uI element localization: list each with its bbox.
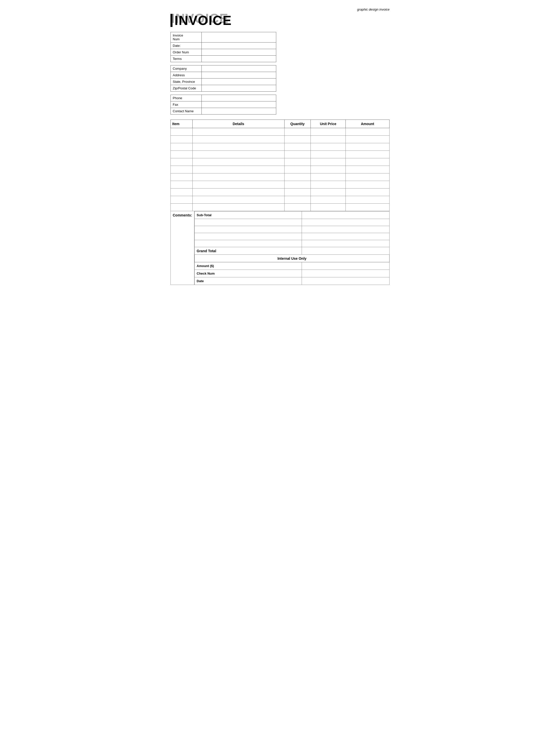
- details-cell[interactable]: [192, 136, 284, 143]
- item-cell[interactable]: [171, 128, 193, 136]
- item-cell[interactable]: [171, 173, 193, 181]
- amount-cell[interactable]: [346, 196, 390, 204]
- item-cell[interactable]: [171, 189, 193, 196]
- grand-total-row: Grand Total: [195, 247, 390, 255]
- unit-price-cell[interactable]: [311, 196, 346, 204]
- details-cell[interactable]: [192, 166, 284, 173]
- fax-value[interactable]: [201, 101, 276, 108]
- details-cell[interactable]: [192, 189, 284, 196]
- state-value[interactable]: [201, 78, 276, 85]
- details-cell[interactable]: [192, 143, 284, 151]
- item-cell[interactable]: [171, 204, 193, 211]
- amount-cell[interactable]: [346, 173, 390, 181]
- unit-price-cell[interactable]: [311, 151, 346, 158]
- page-header: graphic design invoice: [170, 8, 390, 11]
- unit-price-cell[interactable]: [311, 136, 346, 143]
- details-cell[interactable]: [192, 196, 284, 204]
- amount-cell[interactable]: [346, 158, 390, 166]
- invoice-title: INVOICE: [170, 14, 390, 27]
- date-value[interactable]: [201, 43, 276, 49]
- item-cell[interactable]: [171, 196, 193, 204]
- internal-date-row: Date: [195, 277, 390, 285]
- bottom-section: Comments: Sub-Total Grand Total Inter: [170, 211, 390, 285]
- details-cell[interactable]: [192, 181, 284, 189]
- zip-value[interactable]: [201, 85, 276, 92]
- contact-name-value[interactable]: [201, 108, 276, 114]
- qty-cell[interactable]: [284, 196, 310, 204]
- qty-cell[interactable]: [284, 173, 310, 181]
- zip-row: Zip/Postal Code: [171, 85, 276, 92]
- date-row: Date:: [171, 43, 276, 49]
- amount-cell[interactable]: [346, 181, 390, 189]
- item-cell[interactable]: [171, 136, 193, 143]
- item-cell[interactable]: [171, 158, 193, 166]
- totals-empty-label[interactable]: [195, 226, 302, 233]
- qty-cell[interactable]: [284, 128, 310, 136]
- totals-empty-label[interactable]: [195, 240, 302, 247]
- totals-empty-label[interactable]: [195, 219, 302, 226]
- invoice-num-table: InvoiceNum Date: Order Num Terms: [170, 32, 276, 62]
- grand-total-value[interactable]: [302, 247, 389, 255]
- unit-price-cell[interactable]: [311, 158, 346, 166]
- internal-date-label: Date: [195, 277, 302, 285]
- unit-price-cell[interactable]: [311, 181, 346, 189]
- unit-price-cell[interactable]: [311, 128, 346, 136]
- info-block-3: Phone Fax Contact Name: [170, 95, 390, 114]
- item-cell[interactable]: [171, 151, 193, 158]
- amount-cell[interactable]: [346, 166, 390, 173]
- grand-total-label: Grand Total: [195, 247, 302, 255]
- qty-cell[interactable]: [284, 189, 310, 196]
- invoice-num-label: InvoiceNum: [171, 32, 202, 43]
- terms-label: Terms: [171, 56, 202, 62]
- details-cell[interactable]: [192, 151, 284, 158]
- totals-empty-label[interactable]: [195, 233, 302, 240]
- amount-dollar-row: Amount ($): [195, 262, 390, 270]
- amount-cell[interactable]: [346, 128, 390, 136]
- details-cell[interactable]: [192, 204, 284, 211]
- details-cell[interactable]: [192, 173, 284, 181]
- unit-price-cell[interactable]: [311, 166, 346, 173]
- table-row: [171, 173, 390, 181]
- qty-cell[interactable]: [284, 143, 310, 151]
- internal-date-value[interactable]: [302, 277, 389, 285]
- amount-dollar-value[interactable]: [302, 262, 389, 270]
- unit-price-cell[interactable]: [311, 204, 346, 211]
- terms-value[interactable]: [201, 56, 276, 62]
- totals-empty-value[interactable]: [302, 219, 389, 226]
- amount-cell[interactable]: [346, 136, 390, 143]
- address-value[interactable]: [201, 72, 276, 78]
- phone-value[interactable]: [201, 95, 276, 101]
- qty-cell[interactable]: [284, 151, 310, 158]
- qty-cell[interactable]: [284, 158, 310, 166]
- qty-cell[interactable]: [284, 181, 310, 189]
- qty-cell[interactable]: [284, 204, 310, 211]
- totals-empty-row: [195, 219, 390, 226]
- col-header-amount: Amount: [346, 120, 390, 128]
- item-cell[interactable]: [171, 143, 193, 151]
- unit-price-cell[interactable]: [311, 189, 346, 196]
- amount-cell[interactable]: [346, 143, 390, 151]
- item-cell[interactable]: [171, 166, 193, 173]
- unit-price-cell[interactable]: [311, 143, 346, 151]
- invoice-num-value[interactable]: [201, 32, 276, 43]
- check-num-value[interactable]: [302, 270, 389, 277]
- subtotal-value[interactable]: [302, 211, 389, 219]
- qty-cell[interactable]: [284, 166, 310, 173]
- company-value[interactable]: [201, 65, 276, 72]
- item-cell[interactable]: [171, 181, 193, 189]
- qty-cell[interactable]: [284, 136, 310, 143]
- company-row: Company: [171, 65, 276, 72]
- amount-cell[interactable]: [346, 204, 390, 211]
- amount-cell[interactable]: [346, 189, 390, 196]
- table-header-row: Item Details Quantity Unit Price Amount: [171, 120, 390, 128]
- details-cell[interactable]: [192, 128, 284, 136]
- totals-empty-row: [195, 226, 390, 233]
- comments-label: Comments:: [173, 213, 192, 217]
- amount-cell[interactable]: [346, 151, 390, 158]
- totals-empty-value[interactable]: [302, 233, 389, 240]
- unit-price-cell[interactable]: [311, 173, 346, 181]
- totals-empty-value[interactable]: [302, 226, 389, 233]
- totals-empty-value[interactable]: [302, 240, 389, 247]
- details-cell[interactable]: [192, 158, 284, 166]
- order-num-value[interactable]: [201, 49, 276, 56]
